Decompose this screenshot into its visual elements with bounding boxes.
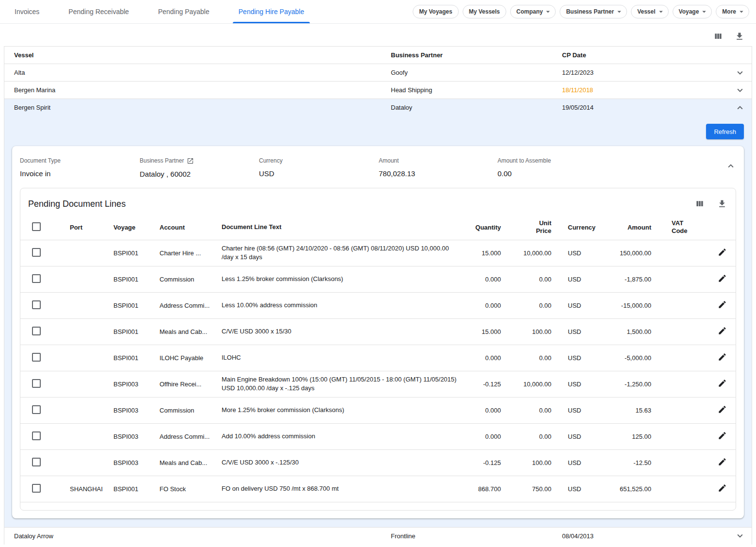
line-quantity: 0.000	[473, 298, 517, 313]
edit-icon[interactable]	[718, 457, 727, 466]
row-checkbox[interactable]	[32, 405, 41, 414]
filter-chip-label: Vessel	[637, 8, 655, 15]
download-icon[interactable]	[735, 32, 744, 41]
open-in-new-icon[interactable]	[187, 157, 194, 165]
filter-chip-label: Company	[516, 8, 543, 15]
line-quantity: 0.000	[473, 272, 517, 287]
vessel-name: Bergen Spirit	[14, 104, 391, 111]
edit-icon[interactable]	[718, 352, 727, 362]
edit-icon[interactable]	[718, 274, 727, 283]
chevron-down-icon	[544, 7, 552, 16]
line-amount: 150,000.00	[610, 246, 672, 261]
line-unit-price: 0.00	[517, 429, 568, 444]
filter-chip-vessel[interactable]: Vessel	[631, 5, 668, 18]
filter-chip-my-voyages[interactable]: My Voyages	[413, 5, 458, 18]
tab-pending-hire-payable[interactable]: Pending Hire Payable	[224, 0, 319, 23]
row-checkbox[interactable]	[32, 431, 41, 440]
filter-chip-business-partner[interactable]: Business Partner	[560, 5, 627, 18]
filter-chip-voyage[interactable]: Voyage	[673, 5, 712, 18]
column-settings-icon[interactable]	[713, 32, 723, 41]
chevron-down-icon[interactable]	[735, 530, 745, 541]
amount-field: Amount 780,028.13	[379, 157, 498, 178]
line-currency: USD	[568, 455, 610, 470]
select-all-checkbox[interactable]	[32, 222, 41, 231]
line-quantity: 0.000	[473, 429, 517, 444]
expanded-detail-body: Refresh Document Type Invoice in Busines…	[4, 116, 752, 527]
vessel-row-bergen-marina[interactable]: Bergen Marina Head Shipping 18/11/2018	[4, 81, 752, 99]
row-checkbox[interactable]	[32, 274, 41, 283]
chevron-down-icon[interactable]	[735, 85, 745, 96]
edit-icon[interactable]	[718, 431, 727, 440]
edit-icon[interactable]	[718, 483, 727, 493]
document-line-row: BSPI001 Charter Hire ... Charter hire (0…	[20, 240, 736, 266]
line-vat-code	[672, 301, 708, 309]
line-text: C/V/E USD 3000 x -.125/30	[222, 454, 473, 471]
header-voyage: Voyage	[113, 220, 160, 235]
chevron-down-icon	[615, 7, 624, 16]
chevron-down-icon[interactable]	[735, 67, 745, 78]
collapse-document-chevron-up-icon[interactable]	[725, 161, 736, 171]
vessel-row-dataloy-arrow[interactable]: Dataloy Arrow Frontline 08/04/2013	[4, 527, 752, 545]
row-checkbox[interactable]	[32, 379, 41, 388]
vessel-row-alta[interactable]: Alta Goofy 12/12/2023	[4, 64, 752, 81]
lines-table-header: Port Voyage Account Document Line Text Q…	[20, 215, 736, 240]
row-checkbox[interactable]	[32, 353, 41, 362]
line-port	[70, 301, 113, 309]
line-account: ILOHC Payable	[160, 350, 222, 365]
row-checkbox[interactable]	[32, 248, 41, 257]
line-currency: USD	[568, 403, 610, 418]
line-vat-code	[672, 485, 708, 493]
line-currency: USD	[568, 350, 610, 365]
line-text: Add 10.00% address commission	[222, 428, 473, 445]
cp-date: 19/05/2014	[562, 104, 728, 111]
tab-invoices[interactable]: Invoices	[0, 0, 54, 23]
line-voyage: BSPI001	[113, 246, 160, 261]
lines-column-settings-icon[interactable]	[695, 199, 705, 209]
line-vat-code	[672, 380, 708, 388]
table-toolbar	[0, 24, 756, 46]
header-cp-date: CP Date	[562, 51, 728, 59]
pending-document-lines-title: Pending Document Lines	[28, 199, 126, 209]
edit-icon[interactable]	[718, 326, 727, 335]
line-port	[70, 432, 113, 440]
refresh-button[interactable]: Refresh	[706, 124, 744, 139]
edit-icon[interactable]	[718, 300, 727, 309]
line-port	[70, 380, 113, 388]
vessel-row-bergen-spirit[interactable]: Bergen Spirit Dataloy 19/05/2014	[4, 99, 752, 116]
line-quantity: 15.000	[473, 246, 517, 261]
header-currency: Currency	[568, 220, 610, 235]
header-unit-price: Unit Price	[517, 215, 568, 239]
row-checkbox[interactable]	[32, 458, 41, 466]
filter-chip-more[interactable]: More	[716, 5, 749, 18]
line-vat-code	[672, 328, 708, 335]
row-checkbox[interactable]	[32, 484, 41, 493]
tab-pending-payable[interactable]: Pending Payable	[144, 0, 224, 23]
edit-icon[interactable]	[718, 405, 727, 414]
line-quantity: 868.700	[473, 481, 517, 497]
line-text: C/V/E USD 3000 x 15/30	[222, 323, 473, 340]
line-voyage: BSPI003	[113, 455, 160, 470]
line-unit-price: 750.00	[517, 481, 568, 497]
chevron-up-icon[interactable]	[735, 102, 745, 113]
filter-chip-my-vessels[interactable]: My Vessels	[463, 5, 506, 18]
line-text: Less 10.00% address commission	[222, 297, 473, 314]
tab-pending-receivable[interactable]: Pending Receivable	[54, 0, 144, 23]
line-amount: -1,875.00	[610, 272, 672, 287]
document-line-row: BSPI003 Address Commi... Add 10.00% addr…	[20, 424, 736, 450]
business-partner-name: Goofy	[391, 69, 562, 76]
document-line-row: BSPI003 Offhire Recei... Main Engine Bre…	[20, 371, 736, 398]
filter-chip-bar: My Voyages My Vessels Company Business P…	[413, 5, 749, 18]
filter-chip-label: My Voyages	[419, 8, 452, 15]
line-port: SHANGHAI	[70, 481, 113, 497]
line-quantity: 0.000	[473, 403, 517, 418]
vessel-name: Dataloy Arrow	[14, 532, 391, 540]
edit-icon[interactable]	[718, 379, 727, 388]
line-voyage: BSPI003	[113, 403, 160, 418]
edit-icon[interactable]	[718, 248, 727, 257]
filter-chip-company[interactable]: Company	[510, 5, 556, 18]
row-checkbox[interactable]	[32, 300, 41, 309]
line-amount: 125.00	[610, 429, 672, 444]
lines-download-icon[interactable]	[717, 199, 727, 209]
row-checkbox[interactable]	[32, 327, 41, 335]
line-voyage: BSPI001	[113, 324, 160, 339]
